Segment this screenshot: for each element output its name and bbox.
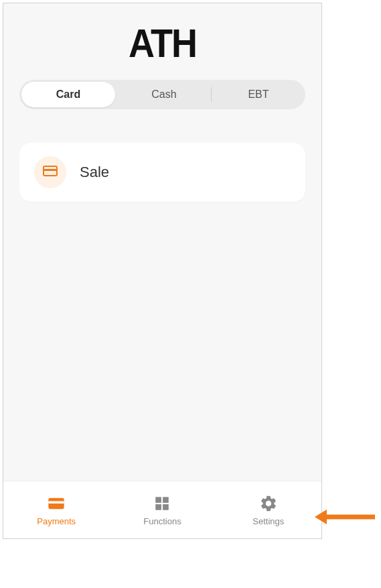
svg-marker-9	[315, 510, 327, 524]
nav-settings[interactable]: Settings	[216, 481, 321, 538]
tab-label: Card	[56, 89, 80, 101]
payment-type-tabs-container: Card Cash EBT	[3, 80, 321, 109]
svg-rect-4	[156, 497, 162, 503]
app-screen: ATH Card Cash EBT	[3, 3, 322, 539]
arrow-annotation-icon	[315, 508, 375, 526]
tab-cash[interactable]: Cash	[117, 80, 211, 109]
grid-icon	[152, 493, 172, 514]
payment-type-tabs: Card Cash EBT	[19, 80, 305, 109]
nav-label: Settings	[252, 516, 284, 526]
nav-label: Payments	[37, 516, 76, 526]
svg-rect-6	[156, 504, 162, 510]
svg-rect-1	[44, 169, 57, 171]
tab-ebt[interactable]: EBT	[212, 80, 305, 109]
sale-icon-background	[34, 156, 66, 188]
nav-functions[interactable]: Functions	[109, 481, 215, 538]
gear-icon	[258, 493, 279, 514]
nav-label: Functions	[143, 516, 181, 526]
nav-payments[interactable]: Payments	[3, 481, 109, 538]
tab-label: EBT	[248, 89, 269, 101]
svg-rect-7	[163, 504, 169, 510]
tab-label: Cash	[151, 89, 176, 101]
main-content: Sale	[3, 109, 321, 481]
svg-rect-5	[163, 497, 169, 503]
sale-label: Sale	[80, 164, 109, 181]
brand-logo: ATH	[129, 20, 196, 66]
card-icon	[42, 163, 58, 182]
svg-rect-3	[48, 502, 64, 504]
header: ATH	[3, 3, 321, 80]
bottom-navigation: Payments Functions Settings	[3, 481, 321, 538]
card-icon	[46, 493, 66, 514]
sale-button[interactable]: Sale	[19, 143, 305, 202]
tab-card[interactable]: Card	[21, 82, 115, 107]
